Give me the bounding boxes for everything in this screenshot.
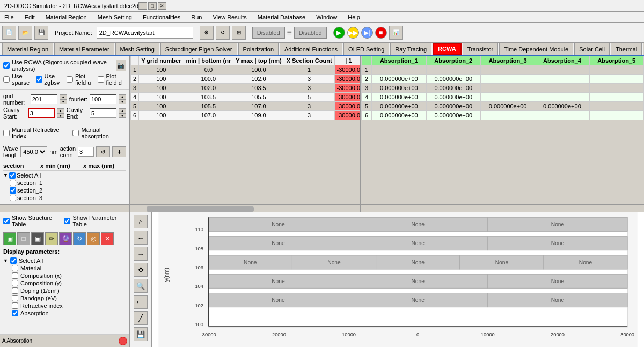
tab-schrodinger[interactable]: Schrodinger Eigen Solver <box>160 43 237 55</box>
tab-additional[interactable]: Additional Functions <box>280 43 342 55</box>
disabled-btn-1[interactable]: Disabled <box>252 27 285 39</box>
forward-tool-button[interactable]: → <box>134 247 148 261</box>
error-indicator[interactable] <box>119 337 127 345</box>
tree-section-2[interactable]: section_2 <box>3 187 126 194</box>
cavity-start-spinner[interactable]: ▲▼ <box>57 108 64 118</box>
manual-absorption-checkbox[interactable] <box>72 130 79 136</box>
section-1-checkbox[interactable] <box>10 180 16 186</box>
menu-run[interactable]: Run <box>189 14 204 20</box>
cavity-end-spinner[interactable]: ▲▼ <box>119 108 126 118</box>
abs-h-scrollbar[interactable] <box>361 205 644 212</box>
zoom-tool-button[interactable]: 🔍 <box>134 279 148 293</box>
blue-icon-button[interactable]: ↻ <box>73 232 86 245</box>
tree-section-1[interactable]: section_1 <box>3 179 126 187</box>
pencil-icon-button[interactable]: ✏ <box>45 232 58 245</box>
red-icon-button[interactable]: ✕ <box>101 232 114 245</box>
section-2-checkbox[interactable] <box>10 187 16 194</box>
minimize-button[interactable]: ─ <box>138 2 147 10</box>
close-button[interactable]: ✕ <box>158 2 166 10</box>
tab-transistor[interactable]: Transistor <box>463 43 499 55</box>
menu-mesh-setting[interactable]: Mesh Setting <box>96 14 134 20</box>
tab-material-region[interactable]: Material Region <box>2 43 53 55</box>
menu-view-results[interactable]: View Results <box>210 14 248 20</box>
use-zgbsv-checkbox[interactable] <box>36 76 42 83</box>
step-button[interactable]: ▶| <box>361 27 373 39</box>
home-tool-button[interactable]: ⌂ <box>134 215 148 228</box>
grid-table-wrap[interactable]: Y grid number min | bottom (nr Y max | t… <box>130 56 361 204</box>
tab-oled[interactable]: OLED Setting <box>343 43 389 55</box>
pause-button[interactable]: ▶▶ <box>347 27 359 39</box>
stop-button[interactable]: ■ <box>375 27 387 39</box>
open-button[interactable]: 📂 <box>18 26 32 40</box>
abs-table-wrap[interactable]: Absorption_1 Absorption_2 Absorption_3 A… <box>361 56 644 204</box>
refresh-wl-button[interactable]: ↺ <box>96 146 110 157</box>
move-tool-button[interactable]: ✥ <box>134 263 148 277</box>
region-icon-button[interactable]: ▣ <box>3 232 16 245</box>
param-compy-checkbox[interactable] <box>12 280 18 286</box>
menu-edit[interactable]: Edit <box>23 14 37 20</box>
left-scrollbar[interactable] <box>0 205 130 212</box>
new-button[interactable]: 📄 <box>2 26 16 40</box>
section-3-checkbox[interactable] <box>10 195 16 201</box>
manual-refractive-checkbox[interactable] <box>3 130 10 136</box>
grid-h-scrollbar[interactable] <box>130 205 361 212</box>
grid-scrollbar-thumb[interactable] <box>147 206 254 212</box>
menu-material-database[interactable]: Material Database <box>255 14 308 20</box>
tab-rcwa[interactable]: RCWA <box>433 43 462 55</box>
param-all-checkbox[interactable] <box>10 257 17 264</box>
param-doping-checkbox[interactable] <box>12 287 18 294</box>
param-bandgap-checkbox[interactable] <box>12 295 18 301</box>
param-select-all[interactable]: ▼ Select All <box>3 257 126 264</box>
run-button[interactable]: ▶ <box>333 27 345 39</box>
menu-file[interactable]: File <box>2 14 16 20</box>
settings-button[interactable]: ⚙ <box>200 26 214 40</box>
plot-field-u-checkbox[interactable] <box>67 76 73 83</box>
param-material-checkbox[interactable] <box>12 265 18 271</box>
show-parameter-checkbox[interactable] <box>64 218 70 224</box>
select-all-checkbox[interactable] <box>9 172 16 179</box>
fourier-input[interactable] <box>90 94 116 104</box>
gray-icon-button[interactable]: □ <box>17 232 30 245</box>
purple-icon-button[interactable]: 🔮 <box>59 232 72 245</box>
refresh-button[interactable]: ↺ <box>216 26 230 40</box>
param-absorption-checkbox[interactable] <box>12 310 18 316</box>
save-button[interactable]: 💾 <box>34 26 48 40</box>
disabled-btn-2[interactable]: Disabled <box>294 27 327 39</box>
expand-icon[interactable]: ▼ <box>3 173 8 178</box>
measure-tool-button[interactable]: ⟵ <box>134 295 148 309</box>
use-sparse-checkbox[interactable] <box>3 76 10 83</box>
param-expand-icon[interactable]: ▼ <box>3 258 8 263</box>
orange-icon-button[interactable]: ◎ <box>87 232 100 245</box>
dark-icon-button[interactable]: ▣ <box>31 232 44 245</box>
param-refractive-checkbox[interactable] <box>12 302 18 309</box>
grid-number-spinner[interactable]: ▲▼ <box>60 94 67 104</box>
save-tool-button[interactable]: 💾 <box>134 327 148 341</box>
line-tool-button[interactable]: ╱ <box>134 311 148 325</box>
grid-number-input[interactable] <box>31 94 57 104</box>
project-name-input[interactable] <box>97 27 193 39</box>
menu-help[interactable]: Help <box>346 14 362 20</box>
cavity-end-input[interactable] <box>90 108 116 118</box>
grid-button[interactable]: ⊞ <box>232 26 246 40</box>
tab-ray-tracing[interactable]: Ray Tracing <box>390 43 431 55</box>
tab-time-dependent[interactable]: Time Dependent Module <box>499 43 573 55</box>
use-rcwa-checkbox[interactable] <box>3 62 10 69</box>
wavelength-select[interactable]: 450.0 <box>20 146 47 157</box>
rcwa-info-button[interactable]: 📷 <box>116 60 126 71</box>
show-structure-checkbox[interactable] <box>3 218 10 224</box>
back-tool-button[interactable]: ← <box>134 231 148 245</box>
param-compx-checkbox[interactable] <box>12 272 18 279</box>
menu-window[interactable]: Window <box>314 14 339 20</box>
tree-select-all[interactable]: ▼ Select All <box>3 172 126 179</box>
tree-section-3[interactable]: section_3 <box>3 194 126 202</box>
chart-button[interactable]: 📊 <box>389 26 403 40</box>
download-wl-button[interactable]: ⬇ <box>112 146 126 157</box>
tab-polarization[interactable]: Polarization <box>238 43 279 55</box>
action-conn-input[interactable] <box>78 147 94 157</box>
tab-solar-cell[interactable]: Solar Cell <box>574 43 610 55</box>
menu-material-region[interactable]: Material Region <box>43 14 89 20</box>
menu-functionalities[interactable]: Functionalities <box>141 14 182 20</box>
cavity-start-input[interactable] <box>28 108 55 118</box>
plot-field-d-checkbox[interactable] <box>98 76 104 83</box>
maximize-button[interactable]: □ <box>148 2 157 10</box>
